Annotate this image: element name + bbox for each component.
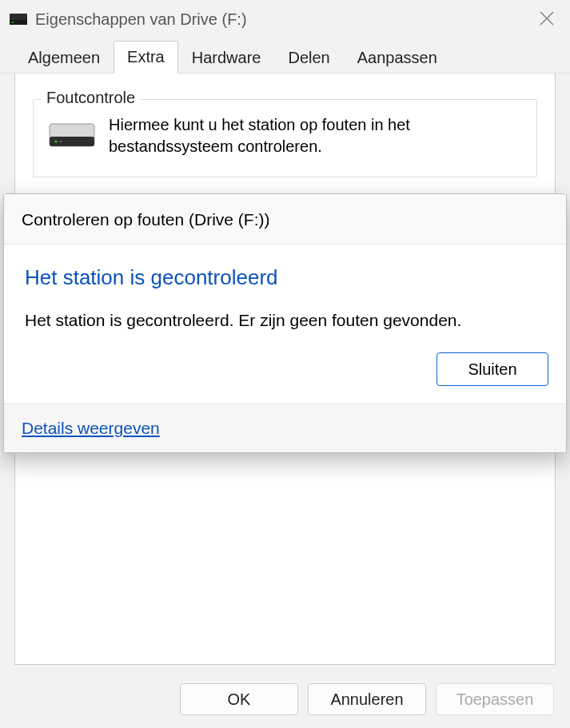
close-button[interactable]: Sluiten: [436, 352, 548, 386]
window-title: Eigenschappen van Drive (F:): [35, 10, 247, 29]
hard-drive-icon: [48, 119, 96, 151]
tabs: Algemeen Extra Hardware Delen Aanpassen: [0, 38, 570, 74]
ok-button[interactable]: OK: [180, 683, 298, 715]
drive-icon: [10, 14, 27, 25]
popup-message: Het station is gecontroleerd. Er zijn ge…: [25, 311, 545, 330]
apply-button: Toepassen: [436, 683, 554, 715]
svg-point-2: [12, 22, 14, 23]
titlebar: Eigenschappen van Drive (F:): [0, 0, 570, 38]
popup-footer: Details weergeven: [4, 404, 566, 452]
close-icon[interactable]: [538, 8, 556, 33]
popup-body: Het station is gecontroleerd Het station…: [4, 245, 566, 346]
error-check-group: Foutcontrole Hiermee kunt u het station …: [33, 99, 537, 177]
group-description: Hiermee kunt u het station op fouten in …: [109, 114, 522, 157]
show-details-link[interactable]: Details weergeven: [22, 419, 160, 437]
group-title: Foutcontrole: [42, 89, 140, 107]
svg-point-6: [59, 140, 62, 142]
tab-aanpassen[interactable]: Aanpassen: [344, 42, 451, 74]
properties-window: Eigenschappen van Drive (F:) Algemeen Ex…: [0, 0, 570, 728]
svg-point-5: [54, 140, 57, 142]
tab-algemeen[interactable]: Algemeen: [14, 42, 114, 74]
tab-extra[interactable]: Extra: [114, 41, 178, 74]
popup-actions: Sluiten: [4, 346, 566, 404]
popup-heading: Het station is gecontroleerd: [25, 265, 545, 290]
group-row: Hiermee kunt u het station op fouten in …: [48, 114, 522, 157]
cancel-button[interactable]: Annuleren: [308, 683, 426, 715]
tab-hardware[interactable]: Hardware: [178, 42, 275, 74]
dialog-buttons: OK Annuleren Toepassen: [180, 683, 554, 715]
popup-title: Controleren op fouten (Drive (F:)): [4, 194, 566, 245]
tab-delen[interactable]: Delen: [274, 42, 343, 74]
error-check-result-dialog: Controleren op fouten (Drive (F:)) Het s…: [3, 193, 567, 453]
